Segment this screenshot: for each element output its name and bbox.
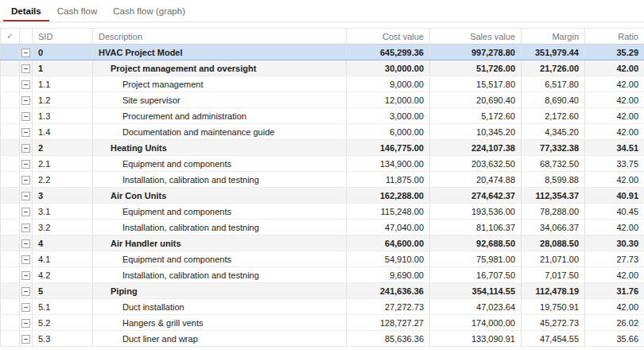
row-sales-value: 16,707.50 — [430, 267, 522, 283]
row-select-cell[interactable] — [1, 315, 20, 331]
row-select-cell[interactable] — [1, 251, 20, 267]
table-row[interactable]: 2 Heating Units 146,775.00 224,107.38 77… — [1, 140, 644, 156]
tab-cash-flow-graph[interactable]: Cash flow (graph) — [105, 2, 193, 21]
collapse-minus-icon[interactable] — [21, 335, 30, 344]
collapse-minus-icon[interactable] — [21, 208, 30, 216]
table-row[interactable]: 1.3 Procurement and administration 3,000… — [1, 108, 644, 124]
tab-cash-flow[interactable]: Cash flow — [49, 2, 106, 21]
table-row[interactable]: 1.4 Documentation and maintenance guide … — [1, 124, 644, 140]
column-header-cost-value[interactable]: Cost value — [347, 29, 430, 45]
table-row[interactable]: 2.2 Installation, calibration and testni… — [1, 172, 644, 188]
row-margin: 7,017.50 — [522, 267, 585, 283]
row-select-cell[interactable] — [1, 267, 20, 283]
table-row[interactable]: 5.3 Duct liner and wrap 85,636.36 133,09… — [1, 331, 644, 347]
row-margin: 6,517.80 — [522, 76, 585, 92]
row-ratio: 42.00 — [585, 299, 644, 315]
collapse-minus-icon[interactable] — [21, 112, 30, 121]
column-header-ratio[interactable]: Ratio — [585, 29, 644, 45]
column-header-sales-value[interactable]: Sales value — [430, 29, 522, 45]
row-select-cell[interactable] — [1, 283, 20, 299]
row-select-cell[interactable] — [1, 156, 20, 172]
table-row[interactable]: 4.2 Installation, calibration and testni… — [1, 267, 644, 283]
collapse-minus-icon[interactable] — [21, 255, 30, 264]
collapse-minus-icon[interactable] — [21, 287, 30, 296]
table-row[interactable]: 5 Piping 241,636.36 354,114.55 112,478.1… — [1, 283, 644, 299]
collapse-minus-icon[interactable] — [21, 303, 30, 312]
row-margin: 351,979.44 — [522, 45, 585, 60]
collapse-cell — [20, 283, 33, 299]
table-row[interactable]: 3.2 Installation, calibration and testni… — [1, 220, 644, 235]
row-sid: 3.2 — [33, 220, 93, 235]
column-header-description[interactable]: Description — [93, 29, 347, 45]
row-sid: 4.1 — [33, 251, 93, 267]
collapse-minus-icon[interactable] — [21, 128, 30, 137]
row-sid: 0 — [33, 45, 93, 60]
row-select-cell[interactable] — [1, 188, 20, 204]
table-row[interactable]: 0 HVAC Project Model 645,299.36 997,278.… — [1, 45, 644, 60]
collapse-minus-icon[interactable] — [21, 192, 30, 200]
table-row[interactable]: 2.1 Equipment and components 134,900.00 … — [1, 156, 644, 172]
collapse-minus-icon[interactable] — [21, 160, 30, 169]
row-select-cell[interactable] — [1, 172, 20, 188]
row-select-cell[interactable] — [1, 299, 20, 315]
row-description: Duct liner and wrap — [93, 331, 347, 347]
row-select-cell[interactable] — [1, 124, 20, 140]
collapse-minus-icon[interactable] — [21, 80, 30, 89]
row-sid: 1.2 — [33, 92, 93, 108]
table-row[interactable]: 5.1 Duct installation 27,272.73 47,023.6… — [1, 299, 644, 315]
row-select-cell[interactable] — [1, 92, 20, 108]
row-select-cell[interactable] — [1, 108, 20, 124]
column-header-sid[interactable]: SID — [33, 29, 93, 45]
collapse-minus-icon[interactable] — [21, 224, 30, 232]
row-ratio: 42.00 — [585, 220, 644, 235]
column-header-margin[interactable]: Margin — [522, 29, 585, 45]
collapse-cell — [20, 235, 33, 251]
row-sid: 3.1 — [33, 204, 93, 220]
row-cost-value: 128,727.27 — [347, 315, 430, 331]
row-cost-value: 9,000.00 — [347, 76, 430, 92]
row-sid: 4 — [33, 235, 93, 251]
collapse-minus-icon[interactable] — [21, 239, 30, 248]
table-row[interactable]: 1.1 Project management 9,000.00 15,517.8… — [1, 76, 644, 92]
table-row[interactable]: 5.2 Hangers & grill vents 128,727.27 174… — [1, 315, 644, 331]
table-row[interactable]: 4 Air Handler units 64,600.00 92,688.50 … — [1, 235, 644, 251]
collapse-minus-icon[interactable] — [21, 144, 30, 153]
collapse-minus-icon[interactable] — [21, 96, 30, 105]
row-description: Project management and oversight — [93, 60, 347, 76]
header-row: ✓ SID Description Cost value Sales value… — [1, 29, 644, 45]
row-sales-value: 5,172.60 — [430, 108, 522, 124]
row-cost-value: 27,272.73 — [347, 299, 430, 315]
collapse-minus-icon[interactable] — [21, 49, 30, 57]
row-select-cell[interactable] — [1, 220, 20, 235]
row-ratio: 40.91 — [585, 188, 644, 204]
select-all-checkmark-icon[interactable]: ✓ — [1, 29, 20, 45]
row-select-cell[interactable] — [1, 140, 20, 156]
row-select-cell[interactable] — [1, 204, 20, 220]
collapse-cell — [20, 299, 33, 315]
row-cost-value: 146,775.00 — [347, 140, 430, 156]
row-select-cell[interactable] — [1, 235, 20, 251]
table-row[interactable]: 1.2 Site supervisor 12,000.00 20,690.40 … — [1, 92, 644, 108]
collapse-minus-icon[interactable] — [21, 271, 30, 280]
table-row[interactable]: 3 Air Con Units 162,288.00 274,642.37 11… — [1, 188, 644, 204]
collapse-cell — [20, 76, 33, 92]
row-sales-value: 174,000.00 — [430, 315, 522, 331]
tab-details[interactable]: Details — [3, 2, 49, 21]
row-margin: 8,690.40 — [522, 92, 585, 108]
row-select-cell[interactable] — [1, 331, 20, 347]
row-sid: 4.2 — [33, 267, 93, 283]
collapse-minus-icon[interactable] — [21, 176, 30, 185]
table-row[interactable]: 3.1 Equipment and components 115,248.00 … — [1, 204, 644, 220]
table-row[interactable]: 4.1 Equipment and components 54,910.00 7… — [1, 251, 644, 267]
row-select-cell[interactable] — [1, 76, 20, 92]
row-sid: 1.4 — [33, 124, 93, 140]
row-sales-value: 193,536.00 — [430, 204, 522, 220]
row-select-cell[interactable] — [1, 60, 20, 76]
row-sales-value: 20,474.88 — [430, 172, 522, 188]
row-select-cell[interactable] — [1, 45, 20, 60]
row-margin: 77,332.38 — [522, 140, 585, 156]
collapse-cell — [20, 204, 33, 220]
table-row[interactable]: 1 Project management and oversight 30,00… — [1, 60, 644, 76]
collapse-minus-icon[interactable] — [21, 64, 30, 73]
collapse-minus-icon[interactable] — [21, 319, 30, 328]
